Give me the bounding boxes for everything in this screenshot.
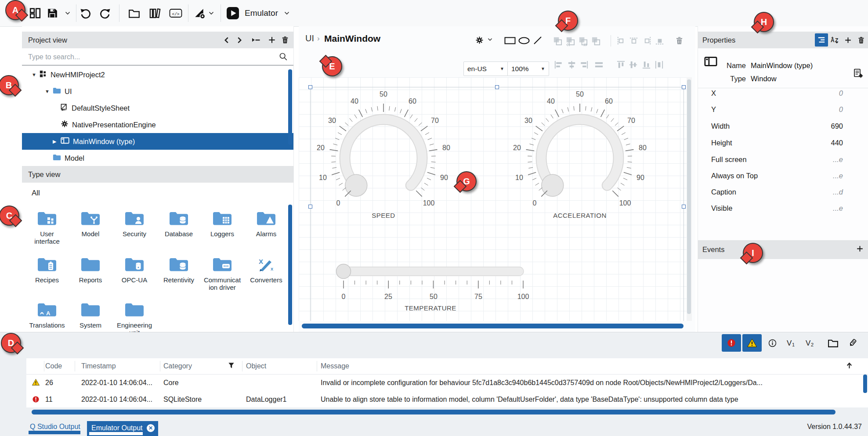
col-timestamp[interactable]: Timestamp bbox=[81, 358, 116, 374]
type-tile-communication-driver[interactable]: Communication driver bbox=[201, 257, 244, 291]
language-select[interactable]: en-US ▼ bbox=[463, 61, 508, 76]
tab-emulator-output[interactable]: Emulator Output ✕ bbox=[87, 421, 158, 436]
type-tile-database[interactable]: Database bbox=[157, 211, 200, 238]
type-tile-loggers[interactable]: Loggers bbox=[201, 211, 244, 238]
type-tile-reports[interactable]: Reports bbox=[69, 257, 112, 284]
tree-item-nativepresentationengine[interactable]: NativePresentationEngine bbox=[22, 116, 294, 133]
sort-az-icon[interactable]: AZ bbox=[828, 33, 841, 47]
type-tile-engineering-unit[interactable]: Engineeringunit bbox=[113, 302, 156, 332]
nav-forward-icon[interactable] bbox=[233, 33, 246, 47]
emulator-target-select[interactable]: Emulator bbox=[242, 0, 280, 26]
align-right-icon[interactable] bbox=[579, 60, 589, 70]
filter-info-button[interactable] bbox=[763, 334, 782, 352]
send-to-back-icon[interactable] bbox=[591, 36, 601, 46]
log-horizontal-scrollbar[interactable] bbox=[32, 410, 835, 414]
filter-errors-button[interactable] bbox=[722, 334, 741, 352]
type-tile-alarms[interactable]: Alarms bbox=[245, 211, 288, 238]
align-center-h-icon[interactable] bbox=[567, 60, 577, 70]
tab-qstudio-output[interactable]: Q Studio Output bbox=[30, 423, 80, 431]
align-canvas-left-icon[interactable] bbox=[616, 36, 626, 46]
distribute-h-icon[interactable] bbox=[654, 60, 664, 70]
gauge-acceleration[interactable]: 0 10 20 30 40 50 60 70 80 90 100 ACCELER… bbox=[514, 88, 646, 228]
prop-value[interactable]: 690 bbox=[831, 122, 843, 130]
draw-line-icon[interactable] bbox=[533, 36, 542, 45]
scroll-top-icon[interactable] bbox=[846, 362, 853, 371]
save-dropdown-caret[interactable] bbox=[63, 0, 72, 26]
col-category[interactable]: Category bbox=[163, 358, 192, 374]
selection-handle[interactable] bbox=[308, 205, 312, 209]
align-top-icon[interactable] bbox=[616, 60, 626, 70]
bring-forward-icon[interactable] bbox=[578, 36, 588, 46]
type-tile-security[interactable]: Security bbox=[113, 211, 156, 238]
align-canvas-top-icon[interactable] bbox=[629, 36, 639, 46]
collapse-all-icon[interactable] bbox=[250, 33, 263, 47]
properties-filter-button[interactable] bbox=[815, 33, 828, 47]
delete-node-icon[interactable] bbox=[278, 33, 292, 47]
slider-temperature[interactable]: 0 25 50 75 100 TEMPERATURE bbox=[332, 261, 529, 312]
events-header[interactable]: Events bbox=[698, 240, 868, 259]
prop-value[interactable]: ...d bbox=[833, 188, 843, 196]
verbosity-1-button[interactable]: V1 bbox=[781, 334, 801, 352]
log-vertical-scrollbar[interactable] bbox=[863, 375, 867, 393]
verbosity-2-button[interactable]: V2 bbox=[800, 334, 820, 352]
expand-caret-icon[interactable]: ▶ bbox=[53, 139, 58, 144]
selection-handle[interactable] bbox=[682, 85, 686, 89]
add-node-icon[interactable] bbox=[265, 33, 278, 47]
draw-ellipse-icon[interactable] bbox=[518, 37, 530, 44]
redo-icon[interactable] bbox=[97, 0, 113, 26]
type-tile-opcua[interactable]: OPC-UA bbox=[113, 257, 156, 284]
expand-caret-icon[interactable]: ▼ bbox=[45, 89, 50, 94]
name-value[interactable]: MainWindow (type) bbox=[751, 61, 813, 70]
send-backward-icon[interactable] bbox=[565, 36, 575, 46]
canvas-settings-caret[interactable] bbox=[488, 38, 492, 41]
tree-item-ui[interactable]: ▼ UI bbox=[22, 83, 294, 100]
undo-icon[interactable] bbox=[77, 0, 93, 26]
search-input[interactable] bbox=[27, 51, 275, 63]
save-icon[interactable] bbox=[44, 0, 61, 26]
library-icon[interactable] bbox=[146, 0, 163, 26]
filter-warnings-button[interactable] bbox=[742, 334, 762, 352]
type-view-header[interactable]: Type view bbox=[22, 166, 293, 183]
col-code[interactable]: Code bbox=[45, 358, 62, 374]
tree-item-project[interactable]: ▼ NewHMIProject2 bbox=[22, 66, 294, 83]
category-filter-icon[interactable] bbox=[228, 362, 235, 371]
design-surface[interactable]: 0 10 20 30 40 50 60 70 80 90 100 SPEED bbox=[299, 77, 687, 321]
align-canvas-bottom-icon[interactable] bbox=[655, 36, 665, 46]
nav-back-icon[interactable] bbox=[220, 33, 233, 47]
type-tile-retentivity[interactable]: Retentivity bbox=[157, 257, 200, 284]
type-tile-converters[interactable]: Xx Converters bbox=[245, 257, 288, 284]
search-icon[interactable] bbox=[278, 52, 288, 63]
add-event-icon[interactable] bbox=[856, 245, 864, 255]
log-row-warning[interactable]: 26 2022-01-10 14:06:04... Core Invalid o… bbox=[26, 375, 868, 391]
open-log-folder-button[interactable] bbox=[823, 334, 843, 352]
selection-handle[interactable] bbox=[495, 85, 499, 89]
delete-object-icon[interactable] bbox=[675, 36, 684, 45]
zoom-select[interactable]: 100% ▼ bbox=[507, 61, 549, 76]
type-tile-system[interactable]: System bbox=[69, 302, 112, 329]
add-property-icon[interactable] bbox=[841, 33, 854, 47]
gauge-speed[interactable]: 0 10 20 30 40 50 60 70 80 90 100 SPEED bbox=[318, 88, 449, 228]
close-tab-icon[interactable]: ✕ bbox=[147, 424, 155, 432]
canvas-vertical-scrollbar[interactable] bbox=[687, 77, 692, 321]
col-object[interactable]: Object bbox=[246, 358, 266, 374]
prop-value[interactable]: ...e bbox=[833, 204, 843, 213]
align-left-icon[interactable] bbox=[553, 60, 564, 70]
col-message[interactable]: Message bbox=[321, 358, 349, 374]
prop-value[interactable]: ...e bbox=[833, 155, 843, 164]
edit-type-icon[interactable] bbox=[854, 68, 863, 80]
type-tile-recipes[interactable]: Recipes bbox=[25, 257, 69, 284]
tree-scrollbar[interactable] bbox=[288, 69, 292, 145]
align-canvas-right-icon[interactable] bbox=[642, 36, 652, 46]
style-dropdown-caret[interactable] bbox=[206, 0, 216, 26]
style-pen-icon[interactable] bbox=[192, 0, 207, 26]
align-justify-icon[interactable] bbox=[594, 60, 604, 70]
tree-item-mainwindow[interactable]: ▶ MainWindow (type) bbox=[22, 133, 294, 150]
prop-value[interactable]: 0 bbox=[839, 89, 843, 97]
log-row-error[interactable]: 11 2022-01-10 14:06:04... SQLiteStore Da… bbox=[26, 391, 868, 408]
tree-item-model[interactable]: Model bbox=[22, 150, 294, 166]
prop-value[interactable]: 440 bbox=[831, 139, 843, 147]
prop-value[interactable]: 0 bbox=[839, 105, 843, 114]
align-bottom-icon[interactable] bbox=[641, 60, 651, 70]
type-tile-translations[interactable]: A Translations bbox=[25, 302, 69, 329]
selection-handle[interactable] bbox=[682, 205, 686, 209]
